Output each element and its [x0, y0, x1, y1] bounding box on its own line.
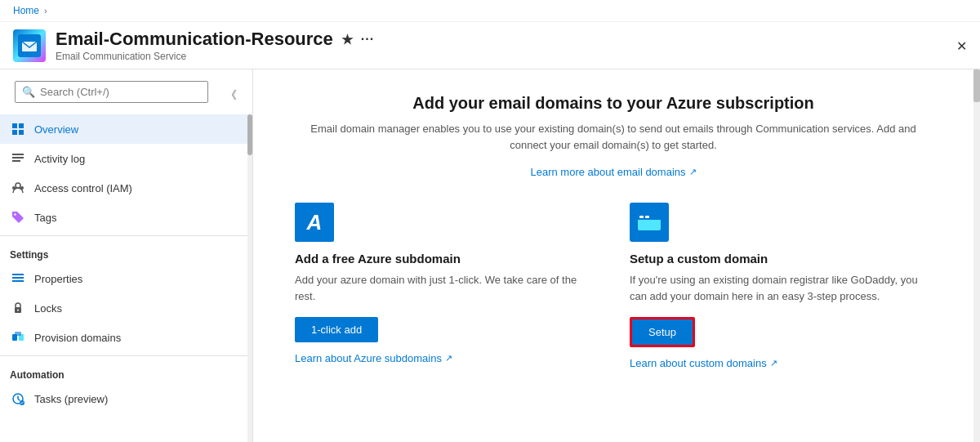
svg-rect-3 — [19, 123, 24, 128]
page-description: Email domain manager enables you to use … — [295, 121, 932, 153]
favorite-star[interactable]: ★ — [341, 32, 353, 47]
one-click-add-button[interactable]: 1-click add — [295, 317, 378, 342]
sidebar-item-tags-label: Tags — [34, 212, 56, 224]
automation-section-label: Automation — [0, 359, 252, 384]
svg-point-11 — [12, 186, 16, 190]
right-scrollbar — [973, 69, 980, 442]
learn-more-email-domains-link[interactable]: Learn more about email domains ↗ — [530, 166, 696, 178]
iam-icon — [10, 180, 26, 196]
more-options-button[interactable]: ··· — [361, 32, 374, 47]
svg-rect-14 — [12, 277, 24, 279]
custom-domain-card-title: Setup a custom domain — [630, 252, 932, 266]
provision-domains-icon — [10, 329, 26, 346]
custom-domain-icon — [630, 203, 669, 242]
sidebar-nav: Overview Activity log — [0, 114, 252, 442]
svg-rect-4 — [12, 130, 17, 135]
settings-divider — [0, 235, 252, 236]
activity-log-icon — [10, 150, 26, 167]
domain-cards: A Add a free Azure subdomain Add your az… — [295, 203, 932, 369]
svg-rect-13 — [12, 274, 24, 275]
settings-section-label: Settings — [0, 239, 252, 264]
sidebar-item-properties-label: Properties — [34, 273, 82, 285]
svg-point-9 — [16, 183, 20, 188]
learn-custom-domains-link[interactable]: Learn about custom domains ↗ — [630, 357, 777, 369]
automation-divider — [0, 355, 252, 356]
page-title: Add your email domains to your Azure sub… — [295, 94, 932, 113]
svg-rect-25 — [639, 216, 644, 218]
collapse-sidebar-button[interactable]: 《 — [220, 84, 243, 107]
tasks-icon — [10, 391, 26, 407]
search-icon: 🔍 — [22, 86, 35, 98]
main-content: Add your email domains to your Azure sub… — [253, 69, 973, 442]
learn-azure-subdomains-link[interactable]: Learn about Azure subdomains ↗ — [295, 352, 452, 364]
svg-rect-15 — [12, 280, 24, 282]
svg-rect-7 — [12, 157, 24, 158]
sidebar-item-tasks-label: Tasks (preview) — [34, 393, 108, 405]
svg-rect-26 — [645, 216, 649, 218]
setup-button[interactable]: Setup — [630, 317, 695, 347]
sidebar-item-iam[interactable]: Access control (IAM) — [0, 173, 252, 203]
sidebar-item-tasks[interactable]: Tasks (preview) — [0, 384, 252, 413]
search-box[interactable]: 🔍 — [15, 81, 208, 103]
breadcrumb-home[interactable]: Home — [13, 5, 39, 16]
locks-icon — [10, 300, 26, 316]
sidebar-item-activity-log[interactable]: Activity log — [0, 144, 252, 173]
sidebar-item-iam-label: Access control (IAM) — [34, 182, 132, 194]
resource-title-area: Email-Communication-Resource ★ ··· Email… — [56, 29, 967, 62]
svg-rect-20 — [15, 332, 21, 336]
sidebar-item-provision-domains[interactable]: Provision domains — [0, 323, 252, 352]
azure-a-icon: A — [295, 203, 334, 242]
sidebar-item-properties[interactable]: Properties — [0, 264, 252, 293]
azure-subdomains-ext-icon: ↗ — [445, 353, 452, 364]
sidebar-item-provision-domains-label: Provision domains — [34, 332, 121, 344]
breadcrumb-separator: › — [44, 6, 47, 16]
sidebar-item-locks[interactable]: Locks — [0, 293, 252, 323]
custom-domain-card-desc: If you're using an existing domain regis… — [630, 272, 932, 304]
svg-point-10 — [20, 186, 24, 190]
sidebar-item-activity-log-label: Activity log — [34, 153, 85, 165]
free-subdomain-card-title: Add a free Azure subdomain — [295, 252, 597, 266]
free-subdomain-card: A Add a free Azure subdomain Add your az… — [295, 203, 597, 369]
sidebar-item-tags[interactable]: Tags — [0, 203, 252, 232]
learn-more-ext-icon: ↗ — [689, 167, 697, 177]
svg-rect-5 — [19, 130, 24, 135]
sidebar-item-overview-label: Overview — [34, 123, 78, 136]
tags-icon — [10, 209, 26, 225]
custom-domain-card: Setup a custom domain If you're using an… — [630, 203, 932, 369]
sidebar: 🔍 《 — [0, 69, 253, 442]
breadcrumb: Home › — [0, 0, 980, 22]
right-scrollbar-thumb[interactable] — [973, 69, 980, 102]
resource-header: Email-Communication-Resource ★ ··· Email… — [0, 22, 980, 69]
svg-rect-2 — [12, 123, 17, 128]
resource-title: Email-Communication-Resource ★ ··· — [56, 29, 967, 50]
sidebar-item-overview[interactable]: Overview — [0, 114, 252, 144]
svg-rect-8 — [12, 160, 20, 162]
resource-icon — [13, 29, 46, 62]
close-button[interactable]: ✕ — [956, 38, 967, 53]
svg-point-17 — [17, 310, 19, 311]
search-input[interactable] — [40, 86, 201, 98]
free-subdomain-card-desc: Add your azure domain with just 1-click.… — [295, 272, 597, 304]
overview-icon — [10, 121, 26, 137]
sidebar-item-locks-label: Locks — [34, 302, 62, 315]
resource-subtitle: Email Communication Service — [56, 51, 967, 62]
svg-point-12 — [14, 213, 16, 215]
svg-rect-6 — [12, 154, 24, 155]
properties-icon — [10, 270, 26, 287]
custom-domains-ext-icon: ↗ — [770, 358, 777, 368]
